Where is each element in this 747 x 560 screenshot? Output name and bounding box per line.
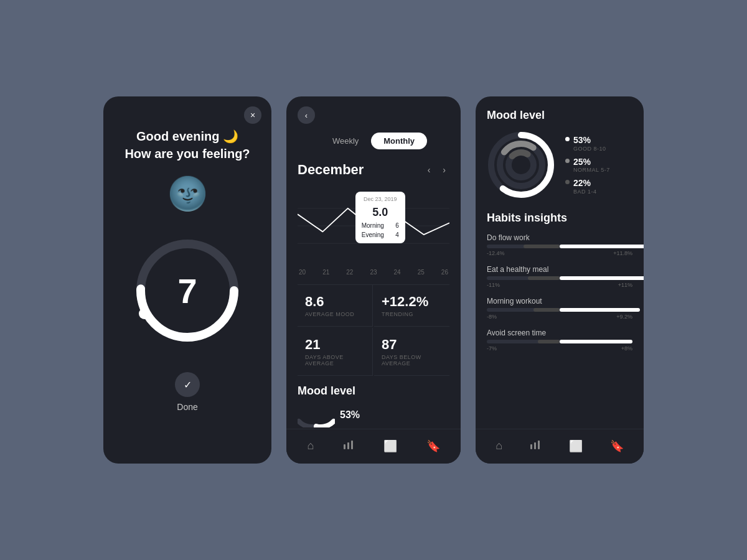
mood-percent: 53%	[340, 409, 360, 421]
mood-level-mini: Mood level 53%	[298, 376, 449, 429]
chart-labels: 20 21 22 23 24 25 26	[298, 266, 449, 278]
habit-range-2: -8% +9.2%	[487, 314, 632, 320]
habit-bar-fill-3	[560, 340, 632, 343]
stat-avg-mood: 8.6 AVERAGE MOOD	[298, 285, 373, 327]
habit-morning-workout: Morning workout -8% +9.2%	[487, 297, 632, 320]
mood-chart: Dec 23, 2019 5.0 Morning 6 Evening 4	[298, 185, 449, 266]
tooltip-morning: Morning 6	[362, 221, 399, 230]
nav-bookmark-icon-s3[interactable]: 🔖	[605, 437, 629, 456]
mood-section: Mood level	[487, 109, 632, 199]
screen-mood-entry: × Good evening 🌙 How are you feeling? 🌚 …	[103, 96, 271, 464]
legend-normal: 25% NORMAL 5-7	[565, 157, 610, 174]
habit-bar-fill-2	[560, 308, 640, 312]
tooltip-value: 5.0	[362, 204, 399, 221]
legend-dot-normal	[565, 159, 570, 163]
done-section: ✓ Done	[175, 372, 200, 412]
nav-stats-icon-s3[interactable]	[525, 437, 546, 456]
svg-rect-9	[351, 441, 353, 449]
svg-rect-17	[534, 442, 536, 449]
habit-bar-track-0	[487, 245, 632, 248]
close-button[interactable]: ×	[244, 106, 261, 124]
mood-legend: 53% GOOD 8-10 25% NORMAL 5-7	[565, 135, 610, 195]
month-nav: December ‹ ›	[298, 162, 449, 178]
habit-do-flow-work: Do flow work -12.4% +11.8%	[487, 233, 632, 256]
nav-stats-icon[interactable]	[338, 437, 359, 456]
legend-bad: 22% BAD 1-4	[565, 178, 610, 195]
nav-calendar-icon[interactable]: ⬜	[378, 437, 402, 456]
habits-section: Habits insights Do flow work -12.4% +11.…	[487, 212, 632, 352]
mini-donut	[298, 403, 335, 427]
habits-title: Habits insights	[487, 212, 632, 225]
month-title: December	[298, 162, 419, 178]
tooltip-evening: Evening 4	[362, 230, 399, 240]
svg-rect-16	[530, 444, 532, 449]
habit-bar-neg-3	[538, 340, 560, 343]
nav-bookmark-icon[interactable]: 🔖	[421, 437, 445, 456]
donut-chart	[487, 131, 555, 199]
back-button[interactable]: ‹	[298, 106, 315, 124]
greeting-line1: Good evening 🌙	[125, 128, 250, 145]
habit-bar-track-1	[487, 276, 632, 280]
prev-month-button[interactable]: ‹	[424, 162, 435, 177]
moon-emoji: 🌚	[167, 175, 208, 213]
habit-range-0: -12.4% +11.8%	[487, 250, 632, 256]
done-check-button[interactable]: ✓	[175, 372, 200, 397]
svg-rect-18	[538, 441, 540, 449]
stat-days-below: 87 DAYS BELOW AVERAGE	[374, 328, 449, 376]
habit-healthy-meal: Eat a healthy meal -11% +11%	[487, 265, 632, 288]
done-label: Done	[177, 402, 197, 412]
tab-weekly[interactable]: Weekly	[320, 133, 371, 149]
nav-home-icon-s3[interactable]: ⌂	[491, 437, 507, 456]
donut-row: 53% GOOD 8-10 25% NORMAL 5-7	[487, 131, 632, 199]
habit-screen-time: Avoid screen time -7% +8%	[487, 329, 632, 352]
legend-dot-good	[565, 137, 570, 141]
svg-rect-7	[344, 444, 345, 449]
greeting-line2: How are you feeling?	[125, 145, 250, 162]
legend-dot-bad	[565, 180, 570, 184]
screen-monthly-stats: ‹ Weekly Monthly December ‹ ›	[286, 96, 461, 464]
habit-bar-neg-2	[533, 308, 560, 312]
habit-range-3: -7% +8%	[487, 345, 632, 352]
habit-bar-track-3	[487, 340, 632, 343]
bottom-nav-screen3: ⌂ ⬜ 🔖	[476, 429, 644, 464]
habit-bar-fill-1	[560, 276, 644, 280]
tab-bar: Weekly Monthly	[298, 133, 449, 149]
nav-home-icon[interactable]: ⌂	[302, 437, 319, 456]
mood-section-title: Mood level	[487, 109, 632, 122]
stat-trending: +12.2% TRENDING	[374, 285, 449, 327]
mood-level-title: Mood level	[298, 385, 449, 398]
stats-grid: 8.6 AVERAGE MOOD +12.2% TRENDING 21 DAYS…	[298, 284, 449, 376]
tooltip-date: Dec 23, 2019	[362, 195, 399, 204]
habit-range-1: -11% +11%	[487, 282, 632, 288]
habit-bar-fill-0	[560, 245, 644, 248]
screen-habits-insights: Mood level	[476, 96, 644, 464]
screens-container: × Good evening 🌙 How are you feeling? 🌚 …	[103, 96, 644, 464]
nav-calendar-icon-s3[interactable]: ⬜	[564, 437, 588, 456]
legend-good: 53% GOOD 8-10	[565, 135, 610, 152]
greeting-text: Good evening 🌙 How are you feeling?	[125, 128, 250, 162]
habit-bar-neg-1	[528, 276, 560, 280]
tab-monthly[interactable]: Monthly	[371, 133, 427, 149]
svg-rect-8	[347, 442, 349, 449]
habit-bar-track-2	[487, 308, 632, 312]
svg-point-2	[139, 308, 150, 319]
chart-tooltip: Dec 23, 2019 5.0 Morning 6 Evening 4	[355, 192, 405, 243]
stat-days-above: 21 DAYS ABOVE AVERAGE	[298, 328, 373, 376]
mood-dial[interactable]: 7	[128, 231, 247, 350]
habit-bar-neg-0	[524, 245, 560, 248]
bottom-nav-screen2: ⌂ ⬜ 🔖	[286, 429, 461, 464]
dial-value: 7	[177, 271, 197, 311]
next-month-button[interactable]: ›	[439, 162, 449, 177]
